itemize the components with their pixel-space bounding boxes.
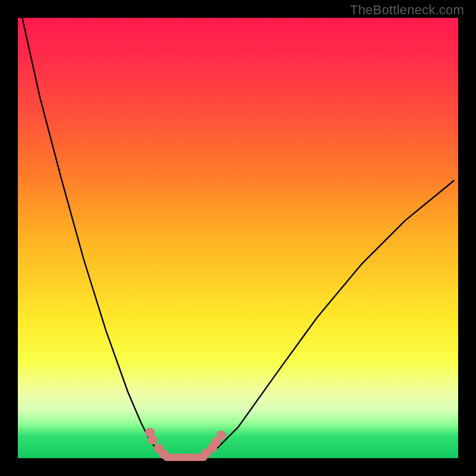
background-gradient [18, 18, 458, 458]
watermark-text: TheBottleneck.com [350, 2, 464, 18]
chart-root: TheBottleneck.com [0, 0, 476, 476]
